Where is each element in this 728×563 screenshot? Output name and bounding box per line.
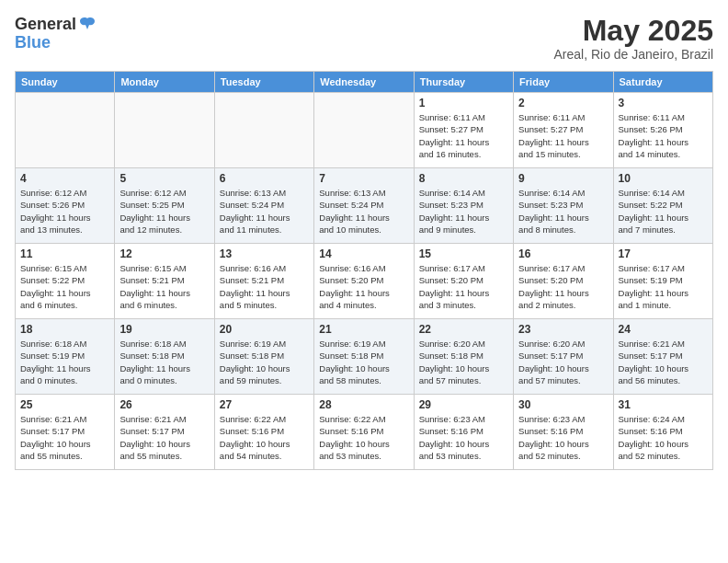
col-friday: Friday bbox=[514, 72, 613, 93]
logo-text: General Blue bbox=[15, 15, 97, 51]
day-number: 6 bbox=[220, 172, 309, 185]
day-info: Sunrise: 6:18 AMSunset: 5:18 PMDaylight:… bbox=[119, 338, 209, 386]
day-info: Sunrise: 6:16 AMSunset: 5:20 PMDaylight:… bbox=[319, 262, 408, 311]
day-info: Sunrise: 6:17 AMSunset: 5:20 PMDaylight:… bbox=[419, 262, 508, 311]
day-number: 29 bbox=[419, 398, 508, 411]
day-info: Sunrise: 6:19 AMSunset: 5:18 PMDaylight:… bbox=[319, 338, 408, 386]
calendar-week-3: 11Sunrise: 6:15 AMSunset: 5:22 PMDayligh… bbox=[16, 244, 713, 319]
table-cell: 15Sunrise: 6:17 AMSunset: 5:20 PMDayligh… bbox=[414, 244, 513, 319]
day-number: 31 bbox=[619, 398, 708, 411]
table-cell: 3Sunrise: 6:11 AMSunset: 5:26 PMDaylight… bbox=[613, 93, 712, 168]
calendar-container: General Blue May 2025 Areal, Rio de Jane… bbox=[0, 0, 728, 563]
table-cell bbox=[214, 93, 313, 168]
header: General Blue May 2025 Areal, Rio de Jane… bbox=[15, 15, 713, 62]
day-info: Sunrise: 6:22 AMSunset: 5:16 PMDaylight:… bbox=[319, 413, 408, 462]
table-cell: 29Sunrise: 6:23 AMSunset: 5:16 PMDayligh… bbox=[414, 395, 513, 470]
day-number: 22 bbox=[419, 323, 508, 336]
day-info: Sunrise: 6:18 AMSunset: 5:19 PMDaylight:… bbox=[20, 338, 109, 386]
col-thursday: Thursday bbox=[414, 72, 513, 93]
day-number: 4 bbox=[20, 172, 109, 185]
table-cell: 26Sunrise: 6:21 AMSunset: 5:17 PMDayligh… bbox=[115, 395, 214, 470]
month-title: May 2025 bbox=[553, 15, 713, 47]
day-info: Sunrise: 6:20 AMSunset: 5:18 PMDaylight:… bbox=[419, 338, 508, 386]
table-cell: 30Sunrise: 6:23 AMSunset: 5:16 PMDayligh… bbox=[514, 395, 613, 470]
day-info: Sunrise: 6:17 AMSunset: 5:19 PMDaylight:… bbox=[619, 262, 708, 311]
table-cell: 19Sunrise: 6:18 AMSunset: 5:18 PMDayligh… bbox=[115, 319, 214, 395]
table-cell: 14Sunrise: 6:16 AMSunset: 5:20 PMDayligh… bbox=[314, 244, 414, 319]
calendar-week-1: 1Sunrise: 6:11 AMSunset: 5:27 PMDaylight… bbox=[16, 93, 713, 168]
day-number: 8 bbox=[419, 172, 508, 185]
day-number: 18 bbox=[20, 323, 109, 336]
day-info: Sunrise: 6:11 AMSunset: 5:27 PMDaylight:… bbox=[419, 111, 508, 160]
table-cell: 11Sunrise: 6:15 AMSunset: 5:22 PMDayligh… bbox=[16, 244, 115, 319]
table-cell: 9Sunrise: 6:14 AMSunset: 5:23 PMDaylight… bbox=[514, 168, 613, 244]
day-number: 2 bbox=[518, 97, 608, 109]
day-number: 20 bbox=[220, 323, 309, 336]
day-info: Sunrise: 6:16 AMSunset: 5:21 PMDaylight:… bbox=[220, 262, 309, 311]
day-info: Sunrise: 6:13 AMSunset: 5:24 PMDaylight:… bbox=[220, 187, 309, 236]
day-info: Sunrise: 6:22 AMSunset: 5:16 PMDaylight:… bbox=[220, 413, 309, 462]
day-info: Sunrise: 6:20 AMSunset: 5:17 PMDaylight:… bbox=[518, 338, 608, 386]
calendar-week-2: 4Sunrise: 6:12 AMSunset: 5:26 PMDaylight… bbox=[16, 168, 713, 244]
day-info: Sunrise: 6:14 AMSunset: 5:23 PMDaylight:… bbox=[518, 187, 608, 236]
table-cell: 1Sunrise: 6:11 AMSunset: 5:27 PMDaylight… bbox=[414, 93, 513, 168]
table-cell: 10Sunrise: 6:14 AMSunset: 5:22 PMDayligh… bbox=[613, 168, 712, 244]
day-number: 23 bbox=[518, 323, 608, 336]
day-number: 25 bbox=[20, 398, 109, 411]
day-info: Sunrise: 6:11 AMSunset: 5:26 PMDaylight:… bbox=[619, 111, 708, 160]
day-number: 26 bbox=[119, 398, 209, 411]
day-number: 13 bbox=[220, 247, 309, 260]
logo: General Blue bbox=[15, 15, 97, 51]
day-info: Sunrise: 6:12 AMSunset: 5:26 PMDaylight:… bbox=[20, 187, 109, 236]
table-cell: 8Sunrise: 6:14 AMSunset: 5:23 PMDaylight… bbox=[414, 168, 513, 244]
day-number: 5 bbox=[119, 172, 209, 185]
day-number: 15 bbox=[419, 247, 508, 260]
day-number: 28 bbox=[319, 398, 408, 411]
col-sunday: Sunday bbox=[16, 72, 115, 93]
table-cell bbox=[115, 93, 214, 168]
col-wednesday: Wednesday bbox=[314, 72, 414, 93]
day-info: Sunrise: 6:24 AMSunset: 5:16 PMDaylight:… bbox=[619, 413, 708, 462]
table-cell: 7Sunrise: 6:13 AMSunset: 5:24 PMDaylight… bbox=[314, 168, 414, 244]
day-number: 12 bbox=[119, 247, 209, 260]
table-cell: 16Sunrise: 6:17 AMSunset: 5:20 PMDayligh… bbox=[514, 244, 613, 319]
calendar-week-4: 18Sunrise: 6:18 AMSunset: 5:19 PMDayligh… bbox=[16, 319, 713, 395]
table-cell: 31Sunrise: 6:24 AMSunset: 5:16 PMDayligh… bbox=[613, 395, 712, 470]
day-number: 1 bbox=[419, 97, 508, 109]
day-number: 30 bbox=[518, 398, 608, 411]
table-cell: 22Sunrise: 6:20 AMSunset: 5:18 PMDayligh… bbox=[414, 319, 513, 395]
day-number: 21 bbox=[319, 323, 408, 336]
day-info: Sunrise: 6:14 AMSunset: 5:22 PMDaylight:… bbox=[619, 187, 708, 236]
day-info: Sunrise: 6:21 AMSunset: 5:17 PMDaylight:… bbox=[20, 413, 109, 462]
day-number: 14 bbox=[319, 247, 408, 260]
table-cell: 20Sunrise: 6:19 AMSunset: 5:18 PMDayligh… bbox=[214, 319, 313, 395]
day-info: Sunrise: 6:17 AMSunset: 5:20 PMDaylight:… bbox=[518, 262, 608, 311]
table-cell: 23Sunrise: 6:20 AMSunset: 5:17 PMDayligh… bbox=[514, 319, 613, 395]
day-number: 17 bbox=[619, 247, 708, 260]
table-cell: 27Sunrise: 6:22 AMSunset: 5:16 PMDayligh… bbox=[214, 395, 313, 470]
day-info: Sunrise: 6:11 AMSunset: 5:27 PMDaylight:… bbox=[518, 111, 608, 160]
day-info: Sunrise: 6:23 AMSunset: 5:16 PMDaylight:… bbox=[518, 413, 608, 462]
table-cell: 13Sunrise: 6:16 AMSunset: 5:21 PMDayligh… bbox=[214, 244, 313, 319]
table-cell: 6Sunrise: 6:13 AMSunset: 5:24 PMDaylight… bbox=[214, 168, 313, 244]
day-number: 11 bbox=[20, 247, 109, 260]
day-info: Sunrise: 6:14 AMSunset: 5:23 PMDaylight:… bbox=[419, 187, 508, 236]
table-cell bbox=[314, 93, 414, 168]
table-cell: 2Sunrise: 6:11 AMSunset: 5:27 PMDaylight… bbox=[514, 93, 613, 168]
table-cell: 21Sunrise: 6:19 AMSunset: 5:18 PMDayligh… bbox=[314, 319, 414, 395]
day-number: 7 bbox=[319, 172, 408, 185]
day-info: Sunrise: 6:21 AMSunset: 5:17 PMDaylight:… bbox=[119, 413, 209, 462]
day-number: 10 bbox=[619, 172, 708, 185]
table-cell bbox=[16, 93, 115, 168]
table-cell: 25Sunrise: 6:21 AMSunset: 5:17 PMDayligh… bbox=[16, 395, 115, 470]
day-info: Sunrise: 6:19 AMSunset: 5:18 PMDaylight:… bbox=[220, 338, 309, 386]
day-number: 27 bbox=[220, 398, 309, 411]
day-info: Sunrise: 6:21 AMSunset: 5:17 PMDaylight:… bbox=[619, 338, 708, 386]
calendar-header-row: Sunday Monday Tuesday Wednesday Thursday… bbox=[16, 72, 713, 93]
col-saturday: Saturday bbox=[613, 72, 712, 93]
title-area: May 2025 Areal, Rio de Janeiro, Brazil bbox=[553, 15, 713, 62]
day-info: Sunrise: 6:12 AMSunset: 5:25 PMDaylight:… bbox=[119, 187, 209, 236]
table-cell: 24Sunrise: 6:21 AMSunset: 5:17 PMDayligh… bbox=[613, 319, 712, 395]
day-number: 9 bbox=[518, 172, 608, 185]
calendar-week-5: 25Sunrise: 6:21 AMSunset: 5:17 PMDayligh… bbox=[16, 395, 713, 470]
